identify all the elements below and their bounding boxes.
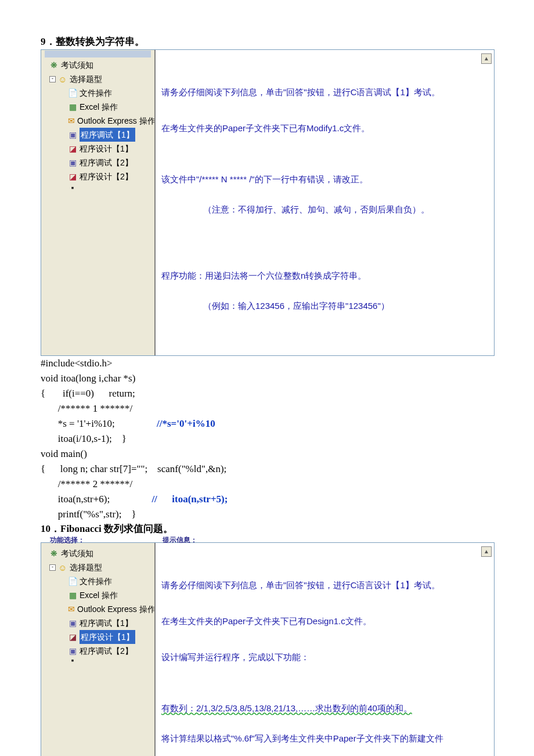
tree-item-label: 程序设计【2】 (80, 170, 133, 183)
tree-col-10: ❋ 考试须知 - ☺ 选择题型 📄 文件操作 ▦ Excel 操作 ✉ (41, 543, 154, 756)
tree-item-label: 程序调试【1】 (80, 128, 135, 142)
code-line: { long n; char str[7]=""; scanf("%ld",&n… (41, 463, 226, 474)
tree-item[interactable]: ✉ Outlook Express 操作 (45, 602, 152, 616)
tree-group[interactable]: - ☺ 选择题型 (45, 560, 152, 574)
info-text: 该文件中"/***** N ***** /"的下一行中有错误，请改正。 (161, 174, 368, 184)
tree-item-label: 文件操作 (80, 86, 112, 100)
file-icon: 📄 (68, 89, 77, 97)
code-line: #include<stdio.h> (41, 358, 113, 369)
info-line: 请务必仔细阅读下列信息，单击"回答"按钮，进行C语言设计【1】考试。 (161, 578, 465, 593)
tree-item[interactable]: 📄 文件操作 (45, 86, 152, 100)
tree-item-label: Outlook Express 操作 (77, 602, 156, 616)
tree-item-cutoff: ▪ (45, 183, 152, 192)
code-line: void main() (41, 448, 87, 459)
mail-icon: ✉ (68, 605, 75, 613)
scroll-up-button[interactable]: ▲ (481, 53, 492, 64)
tree-item-cutoff: ▪ (45, 658, 152, 663)
tree-item[interactable]: ▣ 程序调试【2】 (45, 156, 152, 170)
excel-icon: ▦ (68, 591, 77, 599)
section-9-title: 9．整数转换为字符串。 (41, 35, 493, 48)
tree-item-label: 程序调试【1】 (80, 616, 133, 630)
info-line: 在考生文件夹的Paper子文件夹下已有Design1.c文件。 (161, 614, 465, 629)
tree-item-label: 文件操作 (80, 574, 112, 588)
tree-item[interactable]: ✉ Outlook Express 操作 (45, 114, 152, 128)
info-line: 请务必仔细阅读下列信息，单击"回答"按钮，进行C语言调试【1】考试。 (161, 85, 465, 100)
info-text: （例如：输入123456，应输出字符串"123456"） (161, 298, 465, 314)
design-icon: ◪ (68, 145, 77, 153)
tree-item-label: 程序调试【2】 (80, 644, 133, 658)
info-col-9: ▲ 请务必仔细阅读下列信息，单击"回答"按钮，进行C语言调试【1】考试。 在考生… (154, 50, 494, 355)
code-line: { if(i==0) return; (41, 388, 135, 399)
debug-icon: ▣ (68, 131, 77, 139)
code-block-9: #include<stdio.h> void itoa(long i,char … (41, 356, 493, 522)
file-icon: 📄 (68, 577, 77, 585)
tree-item[interactable]: ▦ Excel 操作 (45, 588, 152, 602)
design-icon: ◪ (68, 172, 77, 181)
info-text: （注意：不得加行、减行、加句、减句，否则后果自负）。 (161, 202, 465, 217)
tree-root-label: 考试须知 (61, 546, 93, 560)
smile-icon: ☺ (58, 563, 67, 572)
tree-item[interactable]: ◪ 程序设计【2】 (45, 170, 152, 183)
tree-item[interactable]: 📄 文件操作 (45, 574, 152, 588)
tree-item-label: 程序调试【2】 (80, 156, 133, 170)
unknown-icon: ▪ (68, 658, 77, 663)
tree-item-label: Excel 操作 (80, 588, 118, 602)
tree-item[interactable]: ◪ 程序设计【1】 (45, 142, 152, 156)
tree-item[interactable]: ▣ 程序调试【2】 (45, 644, 152, 658)
tree-group-label: 选择题型 (70, 560, 102, 574)
tree-expand-icon[interactable]: - (49, 564, 56, 571)
info-line: 该文件中"/***** N ***** /"的下一行中有错误，请改正。 （注意：… (161, 157, 465, 232)
unknown-icon: ▪ (68, 183, 77, 192)
tree-item-debug1[interactable]: ▣ 程序调试【1】 (45, 128, 152, 142)
code-line: itoa(i/10,s-1); } (41, 433, 127, 444)
panel-section-9: ❋ 考试须知 - ☺ 选择题型 📄 文件操作 ▦ Excel 操作 ✉ (41, 49, 495, 356)
tree-item[interactable]: ▦ Excel 操作 (45, 100, 152, 114)
tree-expand-icon[interactable]: - (49, 76, 56, 82)
bug-icon: ❋ (49, 61, 59, 69)
panel-section-10: ❋ 考试须知 - ☺ 选择题型 📄 文件操作 ▦ Excel 操作 ✉ (41, 542, 495, 756)
tree-item[interactable]: ▣ 程序调试【1】 (45, 616, 152, 630)
code-correction: // itoa(n,str+5); (151, 494, 228, 505)
code-line: /****** 2 ******/ (41, 478, 132, 489)
code-line: printf("%s",str); } (41, 509, 136, 520)
mail-icon: ✉ (68, 117, 75, 125)
code-line: *s = '1'+i%10; (41, 418, 115, 429)
scroll-up-button[interactable]: ▲ (481, 546, 492, 557)
tree-item-label: 程序设计【1】 (80, 142, 133, 156)
code-line: itoa(n,str+6); (41, 494, 110, 505)
code-line: /****** 1 ******/ (41, 403, 132, 414)
info-col-10: ▲ 请务必仔细阅读下列信息，单击"回答"按钮，进行C语言设计【1】考试。 在考生… (154, 543, 494, 756)
tree-root-label: 考试须知 (61, 58, 93, 72)
bug-icon: ❋ (49, 549, 59, 557)
tree-item-label: Outlook Express 操作 (77, 114, 156, 128)
debug-icon: ▣ (68, 619, 77, 627)
info-text: 将计算结果以格式"%.6f"写入到考生文件夹中Paper子文件夹下的新建文件 (161, 733, 443, 743)
info-line: 有数列：2/1,3/2,5/3,8/5,13/8,21/13,……求出数列的前4… (161, 686, 465, 756)
section-10-title: 10．Fibonacci 数列求值问题。 (41, 522, 493, 535)
info-line: 设计编写并运行程序，完成以下功能： (161, 650, 465, 665)
tree-root[interactable]: ❋ 考试须知 (45, 58, 152, 72)
tree-root[interactable]: ❋ 考试须知 (45, 546, 152, 560)
tree-group[interactable]: - ☺ 选择题型 (45, 72, 152, 86)
info-text: 程序功能：用递归法将一个六位整数n转换成字符串。 (161, 271, 366, 280)
tree-group-label: 选择题型 (70, 72, 102, 86)
tree-col-9: ❋ 考试须知 - ☺ 选择题型 📄 文件操作 ▦ Excel 操作 ✉ (41, 50, 154, 355)
debug-icon: ▣ (68, 159, 77, 167)
excel-icon: ▦ (68, 103, 77, 111)
debug-icon: ▣ (68, 647, 77, 655)
info-line: 程序功能：用递归法将一个六位整数n转换成字符串。 （例如：输入123456，应输… (161, 253, 465, 329)
tree-item-label: 程序设计【1】 (80, 630, 135, 644)
code-line: void itoa(long i,char *s) (41, 373, 135, 384)
info-text: 有数列：2/1,3/2,5/3,8/5,13/8,21/13,……求出数列的前4… (161, 703, 412, 713)
info-line: 在考生文件夹的Paper子文件夹下已有Modify1.c文件。 (161, 121, 465, 136)
panel-remnant-strip (45, 51, 151, 57)
code-correction: //*s='0'+i%10 (157, 418, 215, 429)
tree-item-design1[interactable]: ◪ 程序设计【1】 (45, 630, 152, 644)
smile-icon: ☺ (58, 75, 67, 84)
design-icon: ◪ (68, 633, 77, 641)
tree-item-label: Excel 操作 (80, 100, 118, 114)
